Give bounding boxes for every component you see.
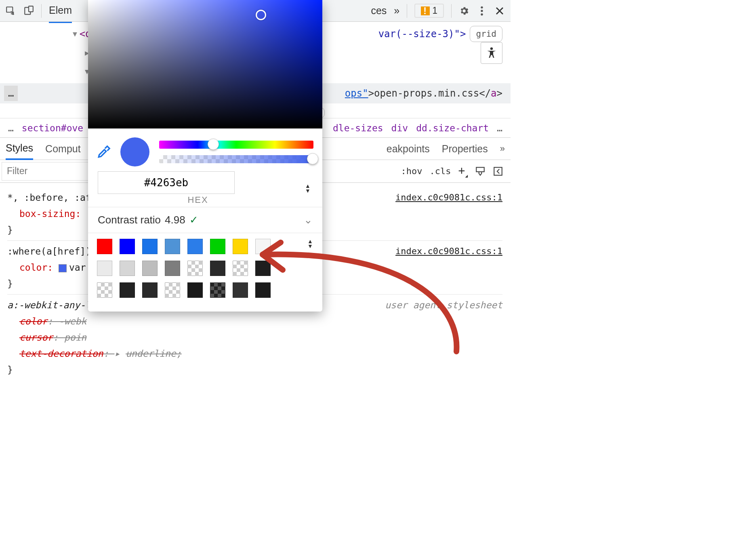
tab-styles[interactable]: Styles bbox=[6, 137, 33, 160]
dom-tag-close: a bbox=[491, 86, 496, 101]
close-icon[interactable] bbox=[494, 6, 505, 16]
color-swatch[interactable] bbox=[187, 239, 203, 254]
svg-rect-0 bbox=[6, 7, 13, 12]
breadcrumb-item[interactable]: dd.size-chart bbox=[416, 123, 489, 133]
breadcrumb-item[interactable]: section#ove bbox=[22, 123, 83, 133]
color-swatch[interactable] bbox=[97, 282, 112, 298]
paint-brush-icon[interactable] bbox=[475, 166, 485, 177]
color-swatch[interactable] bbox=[120, 239, 135, 254]
swatch-row bbox=[97, 261, 315, 276]
color-swatch[interactable] bbox=[187, 261, 203, 276]
tab-fragment-right[interactable]: ces bbox=[371, 5, 387, 17]
color-swatch[interactable] bbox=[255, 261, 271, 276]
tab-elements[interactable]: Elem bbox=[49, 4, 72, 23]
tab-computed[interactable]: Comput bbox=[45, 143, 81, 155]
color-picker-popover: HEX ▲▼ Contrast ratio 4.98 ✓ ⌄ ▲▼ bbox=[88, 0, 322, 312]
satval-cursor[interactable] bbox=[256, 10, 266, 20]
color-swatch[interactable] bbox=[142, 282, 158, 298]
tab-breakpoints[interactable]: eakpoints bbox=[387, 143, 430, 155]
color-swatch[interactable] bbox=[120, 282, 135, 298]
subtabs-more-icon[interactable]: » bbox=[500, 143, 505, 154]
swatch-row bbox=[97, 282, 315, 298]
separator bbox=[407, 4, 407, 18]
contrast-pass-icon: ✓ bbox=[189, 214, 198, 226]
dom-text: >open-props.min.css</ bbox=[368, 86, 491, 101]
eyedropper-icon[interactable] bbox=[97, 145, 111, 159]
cls-toggle[interactable]: .cls bbox=[430, 166, 451, 176]
dom-attr-value: var(--size-3)"> bbox=[378, 26, 466, 42]
svg-rect-7 bbox=[476, 167, 484, 172]
computed-panel-toggle-icon[interactable] bbox=[493, 166, 503, 177]
color-format-label: HEX bbox=[98, 195, 298, 205]
kebab-menu-icon[interactable] bbox=[477, 6, 487, 16]
hov-toggle[interactable]: :hov bbox=[401, 166, 422, 176]
color-swatch[interactable] bbox=[210, 239, 225, 254]
color-swatch[interactable] bbox=[165, 239, 180, 254]
palette-switch[interactable]: ▲▼ bbox=[305, 239, 315, 254]
color-swatch[interactable] bbox=[233, 282, 248, 298]
contrast-value: 4.98 bbox=[165, 214, 185, 226]
rule-source-ua: user agent stylesheet bbox=[385, 297, 502, 313]
settings-icon[interactable] bbox=[459, 6, 469, 16]
css-property[interactable]: box-sizing: bbox=[7, 208, 81, 219]
color-swatch[interactable] bbox=[142, 261, 158, 276]
ellipsis-collapsed[interactable]: … bbox=[4, 86, 18, 101]
color-swatch[interactable] bbox=[165, 261, 180, 276]
issues-badge[interactable]: 1 bbox=[414, 4, 444, 18]
rule-source-link[interactable]: index.c0c9081c.css:1 bbox=[395, 243, 502, 259]
swatch-row: ▲▼ bbox=[97, 239, 315, 254]
chevron-down-icon[interactable]: ⌄ bbox=[304, 214, 313, 226]
color-swatch[interactable] bbox=[97, 239, 112, 254]
svg-point-6 bbox=[490, 47, 493, 50]
warning-icon bbox=[421, 6, 430, 15]
rule-selector[interactable]: *, :before, :af bbox=[7, 192, 91, 203]
breadcrumb-more-left[interactable]: … bbox=[8, 123, 14, 133]
color-swatch[interactable] bbox=[187, 282, 203, 298]
breadcrumb-more-right[interactable]: … bbox=[497, 123, 502, 133]
new-style-rule-icon[interactable]: +◢ bbox=[458, 164, 468, 179]
breadcrumb-item[interactable]: div bbox=[391, 123, 408, 133]
rule-selector[interactable]: :where(a[href]) bbox=[7, 246, 91, 257]
color-swatch[interactable] bbox=[142, 239, 158, 254]
saturation-value-field[interactable] bbox=[88, 0, 322, 128]
issues-count: 1 bbox=[432, 5, 437, 16]
inspect-icon[interactable] bbox=[6, 6, 16, 16]
breadcrumb-item[interactable]: dle-sizes bbox=[333, 123, 383, 133]
color-format-switch[interactable]: ▲▼ bbox=[303, 183, 313, 193]
hue-slider[interactable] bbox=[159, 141, 313, 149]
color-swatch[interactable] bbox=[59, 264, 67, 272]
layout-badge-grid[interactable]: grid bbox=[470, 26, 502, 42]
svg-rect-8 bbox=[494, 167, 502, 175]
alpha-slider-thumb[interactable] bbox=[307, 153, 318, 164]
current-color-preview bbox=[120, 137, 149, 166]
dom-attr-link[interactable]: ops" bbox=[345, 86, 368, 101]
color-swatch[interactable] bbox=[255, 282, 271, 298]
toolbar-more-tabs[interactable]: » bbox=[394, 5, 399, 17]
rule-selector[interactable]: a:-webkit-any-l bbox=[7, 300, 91, 310]
color-swatch[interactable] bbox=[255, 239, 271, 254]
css-property[interactable]: color: var bbox=[7, 262, 86, 273]
svg-rect-2 bbox=[29, 6, 33, 12]
color-swatch[interactable] bbox=[210, 282, 225, 298]
color-swatch[interactable] bbox=[120, 261, 135, 276]
color-swatch[interactable] bbox=[165, 282, 180, 298]
tab-properties[interactable]: Properties bbox=[442, 143, 488, 155]
css-property[interactable]: text-decoration: ▸ underline; bbox=[7, 348, 182, 359]
accessibility-icon[interactable] bbox=[481, 42, 502, 64]
color-swatch[interactable] bbox=[233, 261, 248, 276]
svg-point-4 bbox=[481, 10, 483, 12]
color-swatch[interactable] bbox=[97, 261, 112, 276]
svg-point-5 bbox=[481, 13, 483, 15]
hex-input[interactable] bbox=[98, 171, 235, 194]
css-property[interactable]: color: -webk bbox=[7, 316, 86, 326]
device-toggle-icon[interactable] bbox=[23, 6, 34, 16]
alpha-slider[interactable] bbox=[159, 155, 313, 163]
expand-down-icon[interactable]: ▼ bbox=[73, 26, 77, 42]
css-property[interactable]: cursor: poin bbox=[7, 332, 86, 343]
dom-close-angle: > bbox=[497, 86, 502, 101]
hue-slider-thumb[interactable] bbox=[208, 139, 219, 150]
contrast-ratio-row[interactable]: Contrast ratio 4.98 ✓ ⌄ bbox=[88, 207, 322, 233]
rule-source-link[interactable]: index.c0c9081c.css:1 bbox=[395, 189, 502, 206]
color-swatch[interactable] bbox=[210, 261, 225, 276]
color-swatch[interactable] bbox=[233, 239, 248, 254]
